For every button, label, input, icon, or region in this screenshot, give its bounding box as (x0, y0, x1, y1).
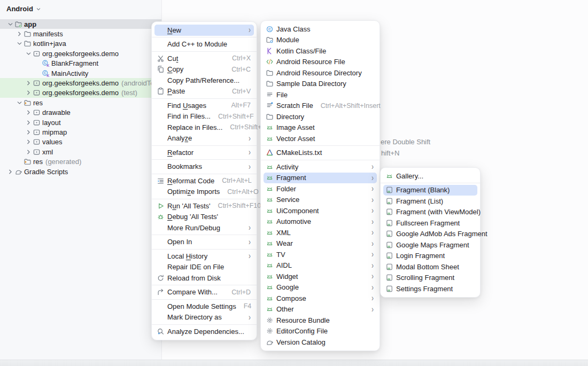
fragment-submenu-item-google-maps-fragment[interactable]: Google Maps Fragment (383, 239, 477, 251)
new-submenu-item-version-catalog[interactable]: Version Catalog (264, 337, 377, 348)
tree-node-blankfragment[interactable]: CKBlankFragment (0, 59, 161, 68)
new-submenu-item-service[interactable]: Service› (264, 194, 377, 206)
tree-node-res-generated[interactable]: res(generated) (0, 157, 161, 166)
project-view-selector[interactable]: Android (0, 0, 161, 16)
context-menu-item-debug-all-tests[interactable]: Debug 'All Tests' (154, 212, 254, 223)
new-submenu-item-sample-data-directory[interactable]: Sample Data Directory (264, 79, 377, 90)
context-menu-item-compare-with[interactable]: Compare With...Ctrl+D (154, 287, 254, 298)
context-menu-item-bookmarks[interactable]: Bookmarks› (154, 161, 254, 173)
fragment-submenu-item-scrolling-fragment[interactable]: Scrolling Fragment (383, 272, 477, 284)
new-submenu-item-file[interactable]: File (264, 89, 377, 100)
chevron-right-icon[interactable] (25, 79, 33, 87)
context-menu-item-reload-from-disk[interactable]: Reload from Disk (154, 272, 254, 284)
new-submenu-item-xml[interactable]: XML› (264, 227, 377, 238)
tree-node-xml[interactable]: xml (0, 147, 161, 157)
context-menu-item-reformat-code[interactable]: Reformat CodeCtrl+Alt+L (154, 175, 254, 186)
tree-node-layout[interactable]: layout (0, 118, 161, 127)
context-menu-item-optimize-imports[interactable]: Optimize ImportsCtrl+Alt+O (154, 186, 254, 198)
new-submenu-item-activity[interactable]: Activity› (264, 161, 377, 173)
new-submenu-item-kotlin-class-file[interactable]: Kotlin Class/File (264, 45, 377, 57)
tree-node-gradle-scripts[interactable]: Gradle Scripts (0, 167, 161, 176)
tree-node-org-geeksforgeeks-demo-test[interactable]: org.geeksforgeeks.demo(test) (0, 88, 161, 98)
tree-node-res[interactable]: res (0, 98, 161, 107)
new-submenu-item-scratch-file[interactable]: Scratch FileCtrl+Alt+Shift+Insert (264, 100, 377, 112)
tree-node-drawable[interactable]: drawable (0, 108, 161, 118)
context-menu-item-open-in[interactable]: Open In› (154, 237, 254, 248)
new-submenu-item-uicomponent[interactable]: UiComponent› (264, 205, 377, 216)
context-menu-item-cut[interactable]: CutCtrl+X (154, 53, 254, 64)
context-menu-item-copy-path-reference[interactable]: Copy Path/Reference... (154, 75, 254, 86)
blank-icon (156, 188, 165, 196)
chevron-right-icon[interactable] (16, 30, 24, 38)
context-menu-item-refactor[interactable]: Refactor› (154, 147, 254, 158)
new-submenu-item-java-class[interactable]: CJava Class (264, 24, 377, 35)
chevron-right-icon[interactable] (25, 89, 33, 97)
new-submenu-item-directory[interactable]: Directory (264, 111, 377, 122)
fragment-submenu-item-fragment-with-viewmodel[interactable]: Fragment (with ViewModel) (383, 207, 477, 218)
new-submenu-item-android-resource-file[interactable]: Android Resource File (264, 57, 377, 68)
tree-node-manifests[interactable]: manifests (0, 29, 161, 38)
new-submenu-item-other[interactable]: Other› (264, 304, 377, 315)
context-menu-item-repair-ide-on-file[interactable]: Repair IDE on File (154, 262, 254, 273)
new-submenu-item-widget[interactable]: Widget› (264, 271, 377, 282)
chevron-down-icon[interactable] (6, 20, 14, 28)
context-menu-item-open-module-settings[interactable]: Open Module SettingsF4 (154, 301, 254, 312)
chevron-right-icon[interactable] (6, 168, 14, 176)
new-submenu-item-fragment[interactable]: Fragment› (264, 173, 377, 184)
submenu-arrow-icon: › (372, 206, 374, 215)
new-submenu-item-aidl[interactable]: AIDL› (264, 260, 377, 271)
tree-node-app[interactable]: app (0, 19, 161, 29)
tree-node-mainactivity[interactable]: CKMainActivity (0, 68, 161, 78)
context-menu-item-replace-in-files[interactable]: Replace in Files...Ctrl+Shift+R (154, 122, 254, 133)
chevron-down-icon[interactable] (25, 50, 33, 58)
new-submenu-item-automotive[interactable]: Automotive› (264, 216, 377, 228)
tree-node-org-geeksforgeeks-demo-androidtest[interactable]: org.geeksforgeeks.demo(androidTest) (0, 78, 161, 88)
chevron-down-icon[interactable] (16, 40, 24, 48)
new-submenu-item-folder[interactable]: Folder› (264, 183, 377, 194)
context-menu-item-analyze-dependencies[interactable]: Analyze Dependencies... (154, 326, 254, 337)
context-menu-item-add-c-to-module[interactable]: Add C++ to Module (154, 39, 254, 50)
context-menu-item-find-usages[interactable]: Find UsagesAlt+F7 (154, 100, 254, 111)
new-submenu-item-google[interactable]: Google› (264, 282, 377, 293)
context-menu-item-find-in-files[interactable]: Find in Files...Ctrl+Shift+F (154, 111, 254, 122)
chevron-right-icon[interactable] (25, 128, 33, 136)
tree-node-mipmap[interactable]: mipmap (0, 127, 161, 137)
tree-node-kotlin-java[interactable]: kotlin+java (0, 39, 161, 49)
fragment-submenu-item-gallery[interactable]: Gallery... (383, 170, 477, 182)
chevron-right-icon[interactable] (25, 119, 33, 127)
new-submenu-item-editorconfig-file[interactable]: EditorConfig File (264, 326, 377, 337)
fragment-submenu-item-fragment-blank[interactable]: Fragment (Blank) (383, 185, 477, 196)
copy-icon (156, 65, 165, 74)
chevron-right-icon[interactable] (25, 138, 33, 146)
tree-node-org-geeksforgeeks-demo[interactable]: org.geeksforgeeks.demo (0, 49, 161, 58)
chevron-right-icon[interactable] (25, 108, 33, 116)
context-menu-item-new[interactable]: New› (154, 25, 254, 36)
new-submenu-item-cmakelists-txt[interactable]: CMakeLists.txt (264, 147, 377, 159)
fragment-submenu-item-fullscreen-fragment[interactable]: Fullscreen Fragment (383, 217, 477, 229)
chevron-right-icon[interactable] (25, 148, 33, 156)
new-submenu-item-compose[interactable]: Compose› (264, 293, 377, 304)
context-menu-item-local-history[interactable]: Local History› (154, 251, 254, 262)
fragment-submenu-item-settings-fragment[interactable]: Settings Fragment (383, 283, 477, 294)
context-menu-item-more-run-debug[interactable]: More Run/Debug› (154, 222, 254, 233)
new-submenu-item-module[interactable]: Module (264, 35, 377, 46)
new-submenu-item-android-resource-directory[interactable]: Android Resource Directory (264, 67, 377, 79)
fragment-submenu-item-google-admob-ads-fragment[interactable]: Google AdMob Ads Fragment (383, 229, 477, 240)
fragment-submenu-item-fragment-list[interactable]: Fragment (List) (383, 196, 477, 207)
submenu-arrow-icon: › (372, 184, 374, 193)
new-submenu-item-wear[interactable]: Wear› (264, 238, 377, 250)
chevron-down-icon[interactable] (16, 99, 24, 107)
new-submenu-item-image-asset[interactable]: Image Asset (264, 122, 377, 134)
new-submenu-item-resource-bundle[interactable]: Resource Bundle (264, 315, 377, 326)
fragment-submenu-item-modal-bottom-sheet[interactable]: Modal Bottom Sheet (383, 261, 477, 272)
new-submenu-item-tv[interactable]: TV› (264, 249, 377, 260)
context-menu-item-run-all-tests[interactable]: Run 'All Tests'Ctrl+Shift+F10 (154, 200, 254, 212)
tree-node-values[interactable]: values (0, 137, 161, 147)
fragment-submenu-item-login-fragment[interactable]: Login Fragment (383, 251, 477, 262)
context-menu-item-copy[interactable]: CopyCtrl+C (154, 64, 254, 75)
new-submenu-item-vector-asset[interactable]: Vector Asset (264, 133, 377, 144)
context-menu-item-paste[interactable]: PasteCtrl+V (154, 86, 254, 97)
context-menu-item-analyze[interactable]: Analyze› (154, 133, 254, 144)
blank-icon (156, 302, 165, 310)
context-menu-item-mark-directory-as[interactable]: Mark Directory as› (154, 312, 254, 323)
